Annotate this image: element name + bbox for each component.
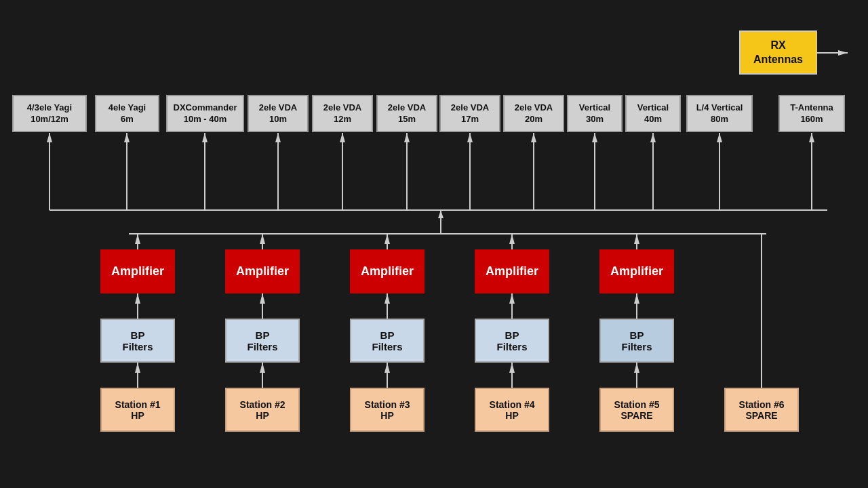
- antenna-label-6: 2ele VDA15m: [388, 102, 426, 125]
- svg-marker-22: [717, 133, 722, 142]
- svg-marker-18: [592, 133, 597, 142]
- antenna-box-6: 2ele VDA15m: [376, 95, 437, 132]
- svg-marker-62: [509, 363, 515, 373]
- bp-filter-3: BPFilters: [350, 319, 425, 363]
- svg-marker-33: [135, 234, 140, 244]
- station-4: Station #4HP: [475, 388, 549, 432]
- svg-marker-48: [260, 293, 265, 304]
- antenna-label-4: 2ele VDA10m: [259, 102, 297, 125]
- amplifier-1: Amplifier: [100, 249, 175, 293]
- bp-filter-label-3: BPFilters: [372, 329, 402, 352]
- antenna-label-1: 4/3ele Yagi10m/12m: [27, 102, 72, 125]
- rx-antennas-box: RXAntennas: [739, 30, 817, 75]
- station-3: Station #3HP: [350, 388, 425, 432]
- antenna-label-7: 2ele VDA17m: [451, 102, 489, 125]
- svg-marker-41: [634, 234, 639, 244]
- antenna-box-2: 4ele Yagi6m: [95, 95, 159, 132]
- antenna-label-12: T-Antenna160m: [790, 102, 833, 125]
- antenna-box-12: T-Antenna160m: [778, 95, 845, 132]
- antenna-box-7: 2ele VDA17m: [439, 95, 500, 132]
- svg-marker-12: [404, 133, 410, 142]
- station-label-2: Station #2HP: [240, 399, 285, 421]
- svg-marker-37: [384, 234, 390, 244]
- antenna-label-11: L/4 Vertical80m: [696, 102, 743, 125]
- svg-marker-54: [634, 293, 639, 304]
- antenna-label-5: 2ele VDA12m: [323, 102, 361, 125]
- station-2: Station #2HP: [225, 388, 300, 432]
- station-label-3: Station #3HP: [365, 399, 410, 421]
- antenna-box-11: L/4 Vertical80m: [686, 95, 753, 132]
- antenna-box-9: Vertical30m: [567, 95, 623, 132]
- amplifier-label-2: Amplifier: [236, 264, 289, 279]
- antenna-box-8: 2ele VDA20m: [503, 95, 564, 132]
- amplifier-4: Amplifier: [475, 249, 549, 293]
- svg-marker-2: [47, 133, 52, 142]
- antenna-label-9: Vertical30m: [579, 102, 610, 125]
- rx-antennas-label: RXAntennas: [753, 39, 803, 67]
- station-6: Station #6SPARE: [724, 388, 799, 432]
- station-label-5: Station #5SPARE: [614, 399, 660, 421]
- diagram: RXAntennas 4/3ele Yagi10m/12m 4ele Yagi6…: [0, 0, 868, 488]
- bp-filter-4: BPFilters: [475, 319, 549, 363]
- svg-marker-4: [124, 133, 130, 142]
- antenna-label-3: DXCommander10m - 40m: [174, 102, 237, 125]
- svg-marker-50: [384, 293, 390, 304]
- station-label-1: Station #1HP: [115, 399, 161, 421]
- amplifier-5: Amplifier: [599, 249, 674, 293]
- antenna-box-10: Vertical40m: [625, 95, 681, 132]
- antenna-label-10: Vertical40m: [637, 102, 669, 125]
- svg-marker-16: [531, 133, 536, 142]
- svg-marker-14: [467, 133, 473, 142]
- svg-marker-39: [509, 234, 515, 244]
- antenna-label-8: 2ele VDA20m: [515, 102, 553, 125]
- antenna-label-2: 4ele Yagi6m: [108, 102, 146, 125]
- svg-marker-35: [260, 234, 265, 244]
- svg-marker-8: [275, 133, 281, 142]
- svg-marker-28: [838, 50, 848, 56]
- svg-marker-56: [135, 363, 140, 373]
- amplifier-label-1: Amplifier: [111, 264, 164, 279]
- bp-filter-2: BPFilters: [225, 319, 300, 363]
- antenna-box-5: 2ele VDA12m: [312, 95, 373, 132]
- station-label-6: Station #6SPARE: [739, 399, 785, 421]
- antenna-box-1: 4/3ele Yagi10m/12m: [12, 95, 87, 132]
- amplifier-3: Amplifier: [350, 249, 425, 293]
- station-label-4: Station #4HP: [490, 399, 535, 421]
- bp-filter-label-5: BPFilters: [621, 329, 652, 352]
- bp-filter-label-1: BPFilters: [122, 329, 153, 352]
- svg-marker-20: [650, 133, 656, 142]
- svg-marker-10: [340, 133, 345, 142]
- svg-marker-64: [634, 363, 639, 373]
- svg-marker-58: [260, 363, 265, 373]
- svg-marker-31: [438, 210, 443, 218]
- svg-marker-6: [202, 133, 208, 142]
- bp-filter-5: BPFilters: [599, 319, 674, 363]
- station-5: Station #5SPARE: [599, 388, 674, 432]
- antenna-box-4: 2ele VDA10m: [248, 95, 309, 132]
- bp-filter-label-4: BPFilters: [496, 329, 527, 352]
- station-1: Station #1HP: [100, 388, 175, 432]
- bp-filter-1: BPFilters: [100, 319, 175, 363]
- bp-filter-label-2: BPFilters: [247, 329, 277, 352]
- svg-marker-60: [384, 363, 390, 373]
- svg-marker-46: [135, 293, 140, 304]
- svg-marker-24: [809, 133, 814, 142]
- amplifier-label-5: Amplifier: [610, 264, 663, 279]
- amplifier-label-4: Amplifier: [486, 264, 538, 279]
- svg-marker-52: [509, 293, 515, 304]
- antenna-box-3: DXCommander10m - 40m: [166, 95, 244, 132]
- amplifier-2: Amplifier: [225, 249, 300, 293]
- amplifier-label-3: Amplifier: [361, 264, 414, 279]
